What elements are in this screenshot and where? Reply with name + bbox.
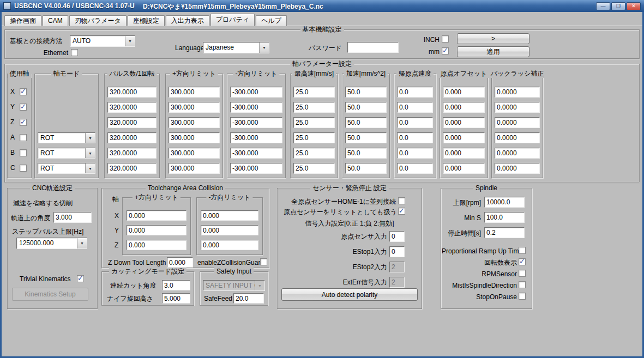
continuous-cut-angle-input[interactable]: [162, 280, 190, 290]
zdown-tool-length-input[interactable]: [167, 257, 193, 268]
home-parallel-checkbox[interactable]: [398, 197, 405, 204]
axis-use-checkbox-y[interactable]: [20, 104, 27, 111]
pulses-input-b[interactable]: [107, 148, 157, 159]
pulses-input-z[interactable]: [107, 117, 157, 128]
max-speed-input-b[interactable]: [293, 148, 335, 159]
home-speed-input-b[interactable]: [397, 148, 433, 159]
apply-button[interactable]: 適用: [457, 46, 529, 57]
axis-use-checkbox-b[interactable]: [20, 149, 27, 156]
accel-input-y[interactable]: [345, 102, 387, 113]
minus-limit-input-y[interactable]: [230, 102, 282, 113]
offset-input-b[interactable]: [443, 148, 485, 159]
axis-mode-combo-a[interactable]: ROT▼: [38, 132, 95, 143]
connection-method-combo[interactable]: AUTO ▼: [70, 35, 135, 47]
minus-limit-input-a[interactable]: [230, 132, 282, 143]
home-speed-input-z[interactable]: [397, 117, 433, 128]
password-input[interactable]: [347, 42, 399, 53]
tab-tool-parameters[interactable]: 刃物パラメータ: [69, 15, 127, 26]
backlash-input-x[interactable]: [495, 87, 540, 98]
accel-input-x[interactable]: [345, 87, 387, 98]
estop1-input[interactable]: [389, 246, 405, 257]
toolchange-minus-input-z[interactable]: [201, 240, 258, 250]
tab-help[interactable]: ヘルプ: [256, 15, 287, 26]
plus-limit-input-x[interactable]: [168, 87, 220, 98]
pulses-input-y[interactable]: [107, 102, 157, 113]
axis-use-checkbox-x[interactable]: [20, 88, 27, 95]
offset-input-c[interactable]: [443, 163, 485, 174]
language-combo[interactable]: Japanese ▼: [203, 42, 269, 53]
home-sensor-input[interactable]: [389, 231, 405, 242]
axis-use-checkbox-a[interactable]: [20, 134, 27, 141]
backlash-input-b[interactable]: [495, 148, 540, 159]
spindle-stop-time-input[interactable]: [484, 227, 525, 238]
offset-input-a[interactable]: [443, 132, 485, 143]
trivial-kinematics-checkbox[interactable]: [77, 275, 84, 282]
offset-input-z[interactable]: [443, 117, 485, 128]
tab-operation-screen[interactable]: 操作画面: [4, 15, 41, 26]
max-speed-input-y[interactable]: [293, 102, 335, 113]
max-speed-input-z[interactable]: [293, 117, 335, 128]
axis-use-checkbox-c[interactable]: [20, 165, 27, 172]
plus-limit-input-b[interactable]: [168, 148, 220, 159]
toolchange-minus-input-y[interactable]: [201, 225, 258, 235]
plus-limit-input-a[interactable]: [168, 132, 220, 143]
auto-detect-polarity-button[interactable]: Auto detect polarity: [281, 288, 418, 301]
spindle-max-rpm-input[interactable]: [484, 197, 525, 208]
toolchange-plus-input-z[interactable]: [127, 240, 186, 250]
next-button[interactable]: >: [457, 33, 529, 44]
close-button[interactable]: ✕: [627, 2, 641, 10]
offset-input-y[interactable]: [443, 102, 485, 113]
inch-checkbox[interactable]: [442, 35, 449, 43]
maximize-button[interactable]: ❐: [611, 2, 625, 10]
accel-input-a[interactable]: [345, 132, 387, 143]
axis-mode-combo-b[interactable]: ROT▼: [38, 148, 95, 159]
minus-limit-input-z[interactable]: [230, 117, 282, 128]
pulses-input-c[interactable]: [107, 163, 157, 174]
max-speed-input-x[interactable]: [293, 87, 335, 98]
tab-io-display[interactable]: 入出力表示: [166, 15, 209, 26]
max-speed-input-a[interactable]: [293, 132, 335, 143]
minus-limit-input-b[interactable]: [230, 148, 282, 159]
backlash-input-c[interactable]: [495, 163, 540, 174]
home-speed-input-x[interactable]: [397, 87, 433, 98]
home-as-limit-checkbox[interactable]: [398, 208, 405, 215]
minus-limit-input-x[interactable]: [230, 87, 282, 98]
spindle-min-s-input[interactable]: [484, 212, 525, 223]
accel-input-z[interactable]: [345, 117, 387, 128]
rpm-sensor-checkbox[interactable]: [519, 270, 526, 277]
ethernet-checkbox[interactable]: [71, 49, 78, 56]
trajectory-angle-input[interactable]: [53, 212, 92, 223]
mist-spindle-direction-checkbox[interactable]: [519, 281, 526, 288]
backlash-input-a[interactable]: [495, 132, 540, 143]
step-pulse-limit-combo[interactable]: 125000.000 ▼: [16, 238, 87, 249]
tab-cam[interactable]: CAM: [43, 15, 68, 26]
backlash-input-z[interactable]: [495, 117, 540, 128]
safe-feed-input[interactable]: [233, 293, 264, 304]
accel-input-b[interactable]: [345, 148, 387, 159]
axis-use-checkbox-z[interactable]: [20, 119, 27, 126]
toolchange-minus-input-x[interactable]: [201, 210, 258, 221]
ramp-up-time-checkbox[interactable]: [519, 247, 526, 254]
minus-limit-input-c[interactable]: [230, 163, 282, 174]
z-collision-guard-checkbox[interactable]: [260, 258, 267, 265]
tab-coordinate-settings[interactable]: 座標設定: [128, 15, 165, 26]
pulses-input-x[interactable]: [107, 87, 157, 98]
minimize-button[interactable]: —: [596, 2, 610, 10]
plus-limit-input-c[interactable]: [168, 163, 220, 174]
plus-limit-input-y[interactable]: [168, 102, 220, 113]
stop-on-pause-checkbox[interactable]: [519, 293, 526, 300]
toolchange-plus-input-x[interactable]: [127, 210, 186, 221]
backlash-input-y[interactable]: [495, 102, 540, 113]
home-speed-input-y[interactable]: [397, 102, 433, 113]
max-speed-input-c[interactable]: [293, 163, 335, 174]
plus-limit-input-z[interactable]: [168, 117, 220, 128]
knife-turn-height-input[interactable]: [162, 293, 190, 304]
axis-mode-combo-c[interactable]: ROT▼: [38, 163, 95, 174]
tab-properties[interactable]: プロパティ: [210, 14, 255, 26]
offset-input-x[interactable]: [443, 87, 485, 98]
home-speed-input-a[interactable]: [397, 132, 433, 143]
toolchange-plus-input-y[interactable]: [127, 225, 186, 235]
rpm-display-checkbox[interactable]: [519, 258, 526, 265]
home-speed-input-c[interactable]: [397, 163, 433, 174]
accel-input-c[interactable]: [345, 163, 387, 174]
